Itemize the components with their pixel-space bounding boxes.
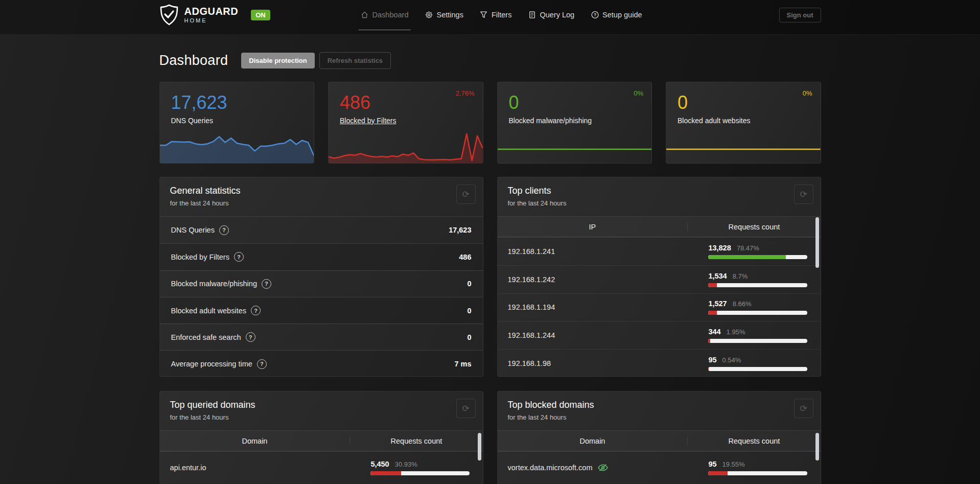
nav-item-dashboard[interactable]: Dashboard bbox=[361, 8, 409, 22]
nav-item-setup-guide[interactable]: ? Setup guide bbox=[591, 8, 642, 22]
domain-text: vortex.data.microsoft.com bbox=[508, 464, 593, 472]
panel-title: Top clients bbox=[508, 186, 810, 196]
domain-link[interactable]: vortex.data.microsoft.com bbox=[498, 464, 688, 472]
requests-cell: 344 1.95% bbox=[688, 328, 820, 343]
column-header-requests: Requests count bbox=[688, 223, 820, 231]
request-percent: 78.47% bbox=[737, 244, 759, 252]
stat-value: 17,623 bbox=[449, 226, 471, 234]
request-percent: 8.7% bbox=[733, 272, 748, 280]
panel-title: Top blocked domains bbox=[508, 400, 810, 410]
general-statistics-rows: DNS Queries ? 17,623 Blocked by Filters … bbox=[160, 217, 483, 377]
stat-row: Average processing time ? 7 ms bbox=[160, 350, 483, 377]
progress-bar bbox=[708, 339, 807, 343]
requests-cell: 95 0.54% bbox=[688, 356, 820, 371]
table-header: Domain Requests count bbox=[160, 431, 483, 451]
stat-value: 0 bbox=[467, 280, 471, 288]
refresh-panel-button[interactable]: ⟳ bbox=[456, 185, 476, 204]
stat-label: Blocked by Filters bbox=[171, 253, 229, 261]
top-queried-domains-panel: Top queried domains for the last 24 hour… bbox=[159, 391, 483, 484]
gear-icon bbox=[425, 11, 433, 19]
refresh-panel-button[interactable]: ⟳ bbox=[456, 399, 476, 418]
client-ip-link[interactable]: 192.168.1.241 bbox=[498, 247, 688, 256]
scrollbar-thumb[interactable] bbox=[815, 433, 819, 460]
request-count: 5,450 bbox=[370, 460, 389, 468]
stat-value: 7 ms bbox=[454, 360, 471, 368]
request-percent: 19.55% bbox=[722, 460, 745, 468]
brand-name: ADGUARD bbox=[184, 6, 239, 16]
refresh-panel-button[interactable]: ⟳ bbox=[794, 185, 813, 204]
table-row: 192.168.1.194 1,527 8.66% bbox=[498, 293, 821, 321]
client-ip-link[interactable]: 192.168.1.98 bbox=[498, 359, 688, 367]
requests-cell: 13,828 78.47% bbox=[688, 244, 820, 259]
panel-subtitle: for the last 24 hours bbox=[508, 413, 810, 421]
nav-item-filters[interactable]: Filters bbox=[480, 8, 511, 22]
help-circle-icon[interactable]: ? bbox=[219, 225, 229, 235]
adguard-logo: ADGUARD HOME ON bbox=[159, 4, 270, 26]
table-row: vortex.data.microsoft.com 95 19.55% bbox=[498, 451, 821, 483]
help-circle-icon[interactable]: ? bbox=[246, 332, 255, 342]
progress-bar bbox=[708, 471, 807, 475]
eye-crossed-icon bbox=[597, 464, 609, 472]
help-circle-icon[interactable]: ? bbox=[251, 306, 261, 315]
blocked-by-filters-link[interactable]: Blocked by Filters bbox=[340, 117, 396, 125]
card-blocked-malware: 0% 0 Blocked malware/phishing bbox=[497, 82, 652, 164]
disable-protection-button[interactable]: Disable protection bbox=[241, 53, 314, 68]
card-value: 0 bbox=[678, 93, 821, 113]
card-percent: 2.76% bbox=[456, 89, 475, 97]
request-percent: 30.93% bbox=[395, 460, 417, 468]
top-navbar: ADGUARD HOME ON Dashboard Settings bbox=[0, 0, 980, 35]
requests-cell: 95 19.55% bbox=[688, 460, 820, 475]
stat-label: DNS Queries bbox=[171, 226, 215, 234]
column-header-requests: Requests count bbox=[688, 437, 820, 445]
panel-title: General statistics bbox=[170, 186, 473, 196]
nav-label: Filters bbox=[492, 11, 511, 19]
column-header-ip: IP bbox=[498, 223, 688, 231]
progress-bar bbox=[708, 311, 807, 315]
page-header: Dashboard Disable protection Refresh sta… bbox=[159, 52, 821, 69]
top-clients-panel: Top clients for the last 24 hours ⟳ IP R… bbox=[497, 177, 821, 377]
client-ip-link[interactable]: 192.168.1.194 bbox=[498, 303, 688, 311]
help-circle-icon[interactable]: ? bbox=[262, 279, 271, 289]
nav-item-settings[interactable]: Settings bbox=[425, 8, 463, 22]
funnel-icon bbox=[480, 11, 488, 19]
card-blocked-by-filters: 2.76% 486 Blocked by Filters bbox=[328, 82, 483, 164]
blocked-adult-sparkline bbox=[666, 131, 821, 163]
nav-item-query-log[interactable]: Query Log bbox=[528, 8, 574, 22]
stat-value: 0 bbox=[467, 333, 471, 341]
client-ip-link[interactable]: 192.168.1.244 bbox=[498, 331, 688, 339]
document-icon bbox=[528, 11, 536, 19]
stat-label: Enforced safe search bbox=[171, 333, 241, 341]
request-count: 95 bbox=[708, 460, 716, 468]
blocked-malware-sparkline bbox=[498, 131, 652, 163]
card-value: 17,623 bbox=[171, 93, 314, 113]
domain-link[interactable]: api.entur.io bbox=[160, 464, 351, 472]
help-icon: ? bbox=[591, 11, 599, 19]
help-circle-icon[interactable]: ? bbox=[234, 252, 244, 262]
requests-cell: 5,450 30.93% bbox=[350, 460, 482, 475]
stat-cards-row: 17,623 DNS Queries 2.76% 486 Blocked by … bbox=[159, 82, 821, 164]
panel-subtitle: for the last 24 hours bbox=[170, 199, 473, 207]
card-label: Blocked malware/phishing bbox=[509, 117, 652, 125]
stat-row: DNS Queries ? 17,623 bbox=[160, 217, 483, 243]
nav-label: Dashboard bbox=[372, 11, 409, 19]
shield-check-icon bbox=[159, 4, 179, 26]
refresh-statistics-button[interactable]: Refresh statistics bbox=[319, 52, 391, 69]
table-row: 192.168.1.242 1,534 8.7% bbox=[498, 265, 821, 293]
table-row: api.entur.io 5,450 30.93% bbox=[160, 451, 483, 483]
progress-bar bbox=[708, 255, 807, 259]
client-ip-link[interactable]: 192.168.1.242 bbox=[498, 275, 688, 284]
page-title: Dashboard bbox=[159, 53, 228, 68]
sign-out-button[interactable]: Sign out bbox=[779, 8, 821, 22]
protection-status-badge: ON bbox=[251, 10, 270, 20]
nav-label: Query Log bbox=[540, 11, 574, 19]
scrollbar-thumb[interactable] bbox=[815, 217, 819, 268]
requests-cell: 1,527 8.66% bbox=[688, 299, 820, 315]
progress-bar bbox=[370, 471, 469, 475]
refresh-panel-button[interactable]: ⟳ bbox=[794, 399, 813, 418]
request-percent: 8.66% bbox=[733, 300, 752, 308]
stat-label: Average processing time bbox=[171, 360, 252, 368]
progress-bar bbox=[708, 283, 807, 287]
help-circle-icon[interactable]: ? bbox=[257, 359, 267, 369]
scrollbar-thumb[interactable] bbox=[478, 433, 481, 460]
stat-row: Blocked malware/phishing ? 0 bbox=[160, 270, 483, 297]
